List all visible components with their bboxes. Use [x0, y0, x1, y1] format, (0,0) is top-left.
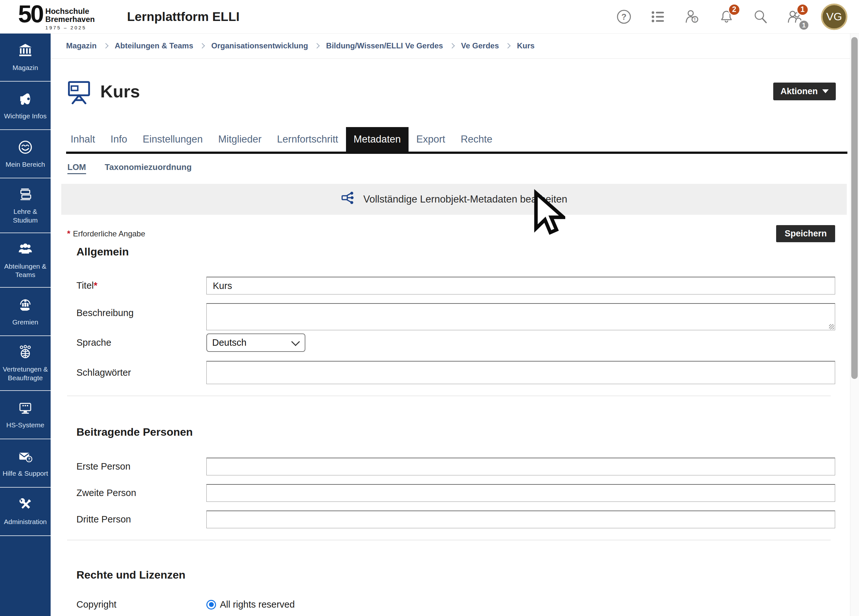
sidebar-item-magazin[interactable]: Magazin — [0, 33, 51, 81]
tab-einstellungen[interactable]: Einstellungen — [135, 127, 211, 152]
breadcrumb-item[interactable]: Bildung/Wissen/ELLI Ve Gerdes — [326, 41, 443, 50]
zweite-person-input[interactable] — [206, 484, 835, 502]
svg-text:?: ? — [622, 12, 626, 22]
sidebar-item-label: Administration — [4, 518, 47, 526]
copyright-option-label: All rights reserved — [220, 599, 295, 610]
notifications-bell-icon[interactable]: 2 — [718, 9, 734, 25]
logo-years: 1975 – 2025 — [45, 25, 95, 30]
tab-lernfortschritt[interactable]: Lernfortschritt — [269, 127, 346, 152]
chevron-right-icon — [103, 43, 108, 49]
books-icon — [18, 187, 33, 204]
erste-person-label: Erste Person — [77, 461, 206, 472]
field-row-dritte-person: Dritte Person — [77, 511, 835, 528]
schlagwoerter-input[interactable] — [206, 361, 835, 384]
search-icon[interactable] — [753, 9, 769, 25]
bell-badge: 2 — [728, 3, 740, 16]
sidebar-item-mein-bereich[interactable]: Mein Bereich — [0, 130, 51, 178]
tab-metadaten[interactable]: Metadaten — [346, 127, 409, 152]
sidebar-item-wichtige-infos[interactable]: Wichtige Infos — [0, 81, 51, 130]
contacts-users-icon[interactable]: 1 1 — [787, 9, 803, 25]
university-logo[interactable]: 50 Hochschule Bremerhaven 1975 – 2025 — [18, 3, 95, 30]
beschreibung-label: Beschreibung — [77, 303, 206, 318]
globe-people-icon — [18, 344, 33, 362]
logo-number: 50 — [18, 3, 43, 25]
section-heading-allgemein: Allgemein — [77, 245, 835, 258]
main-sidebar: Magazin Wichtige Infos Mein Bereich — [0, 33, 51, 616]
zweite-person-label: Zweite Person — [77, 488, 206, 498]
subtab-lom[interactable]: LOM — [67, 162, 86, 174]
copyright-label: Copyright — [77, 599, 206, 610]
sidebar-item-label: Hilfe & Support — [3, 469, 48, 478]
tab-mitglieder[interactable]: Mitglieder — [211, 127, 269, 152]
tab-info[interactable]: Info — [103, 127, 135, 152]
logo-name-line1: Hochschule — [45, 8, 95, 16]
form-toolbar: *Erforderliche Angabe Speichern — [51, 225, 850, 242]
copyright-radio[interactable] — [206, 600, 216, 610]
svg-text:!: ! — [694, 17, 695, 22]
user-avatar[interactable]: VG — [821, 3, 847, 30]
contacts-badge-bottom: 1 — [798, 20, 809, 31]
assembly-icon — [18, 297, 33, 315]
vertical-scrollbar[interactable] — [850, 33, 859, 616]
breadcrumb-item[interactable]: Organisationsentwicklung — [211, 41, 308, 50]
erste-person-input[interactable] — [206, 458, 835, 475]
sidebar-item-hs-systeme[interactable]: HS-Systeme — [0, 391, 51, 439]
dritte-person-input[interactable] — [206, 511, 835, 528]
user-alert-icon[interactable]: ! — [684, 9, 700, 25]
field-row-copyright: Copyright All rights reserved — [77, 599, 835, 610]
field-row-erste-person: Erste Person — [77, 458, 835, 475]
sprache-select[interactable]: Deutsch — [206, 333, 305, 352]
help-icon[interactable]: ? — [616, 9, 632, 25]
required-note: *Erforderliche Angabe — [67, 229, 145, 239]
sidebar-item-abteilungen-teams[interactable]: Abteilungen & Teams — [0, 233, 51, 288]
tab-export[interactable]: Export — [409, 127, 453, 152]
tools-icon — [18, 497, 33, 515]
required-asterisk: * — [67, 229, 70, 238]
sidebar-item-gremien[interactable]: Gremien — [0, 288, 51, 336]
top-header: 50 Hochschule Bremerhaven 1975 – 2025 Le… — [0, 0, 859, 34]
mail-question-icon: ? — [18, 449, 33, 466]
breadcrumb-item[interactable]: Kurs — [517, 41, 535, 50]
breadcrumb-item[interactable]: Ve Gerdes — [461, 41, 499, 50]
field-row-titel: Titel* — [77, 277, 835, 294]
hub-nodes-icon — [341, 190, 356, 208]
contacts-badge-top: 1 — [797, 3, 809, 16]
breadcrumb-item[interactable]: Magazin — [66, 41, 97, 50]
banner-label: Vollständige Lernobjekt-Metadaten bearbe… — [363, 194, 567, 205]
edit-full-metadata-banner[interactable]: Vollständige Lernobjekt-Metadaten bearbe… — [61, 184, 847, 215]
field-row-schlagwoerter: Schlagwörter — [77, 361, 835, 384]
required-asterisk: * — [94, 280, 97, 291]
save-button[interactable]: Speichern — [776, 225, 835, 242]
sidebar-item-label: Lehre & Studium — [2, 207, 49, 225]
section-divider — [67, 540, 831, 540]
sidebar-item-vertretungen[interactable]: Vertretungen & Beauftragte — [0, 336, 51, 391]
breadcrumb-item[interactable]: Abteilungen & Teams — [115, 41, 194, 50]
tab-inhalt[interactable]: Inhalt — [66, 127, 103, 152]
breadcrumb: Magazin Abteilungen & Teams Organisation… — [51, 33, 850, 59]
svg-text:?: ? — [28, 457, 30, 461]
sprache-label: Sprache — [77, 337, 206, 348]
titel-input[interactable] — [206, 277, 835, 294]
sidebar-item-hilfe-support[interactable]: ? Hilfe & Support — [0, 439, 51, 488]
sprache-selected-value: Deutsch — [212, 337, 246, 348]
resize-handle[interactable] — [829, 324, 834, 329]
list-menu-icon[interactable] — [650, 9, 666, 25]
chevron-down-icon — [822, 89, 829, 93]
beschreibung-textarea[interactable] — [206, 303, 835, 330]
dritte-person-label: Dritte Person — [77, 514, 206, 525]
sidebar-item-label: Mein Bereich — [5, 160, 45, 169]
bank-icon — [18, 43, 33, 60]
section-heading-rechte: Rechte und Lizenzen — [77, 569, 835, 581]
page-header: Kurs Aktionen — [51, 70, 850, 113]
chevron-right-icon — [314, 43, 320, 49]
sidebar-item-lehre-studium[interactable]: Lehre & Studium — [0, 178, 51, 233]
main-content: Magazin Abteilungen & Teams Organisation… — [51, 33, 850, 616]
schlagwoerter-label: Schlagwörter — [77, 367, 206, 378]
actions-button[interactable]: Aktionen — [773, 83, 836, 100]
course-easel-icon — [66, 78, 92, 104]
scrollbar-thumb[interactable] — [851, 37, 858, 379]
tab-rechte[interactable]: Rechte — [453, 127, 500, 152]
field-row-zweite-person: Zweite Person — [77, 484, 835, 502]
sidebar-item-administration[interactable]: Administration — [0, 488, 51, 536]
subtab-taxonomiezuordnung[interactable]: Taxonomiezuordnung — [105, 162, 192, 174]
